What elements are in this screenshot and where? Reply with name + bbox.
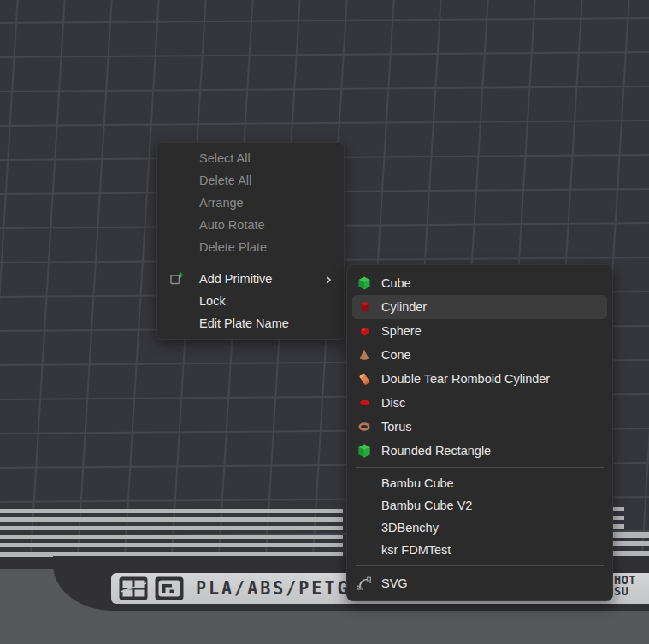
menu-divider bbox=[356, 467, 604, 468]
menu-item-label: Edit Plate Name bbox=[199, 316, 289, 330]
disc-icon bbox=[354, 398, 375, 408]
menu-item-auto-rotate[interactable]: Auto Rotate › bbox=[157, 214, 344, 236]
bambu-logo-icon bbox=[119, 576, 148, 600]
menu-item-torus[interactable]: Torus › bbox=[347, 415, 612, 439]
plate-type-icon bbox=[155, 576, 184, 600]
menu-item-rounded-rectangle[interactable]: Rounded Rectangle › bbox=[347, 439, 612, 463]
menu-item-label: SVG bbox=[381, 576, 408, 590]
menu-item-label: Sphere bbox=[381, 324, 422, 338]
svg-curve-icon bbox=[354, 576, 375, 591]
menu-item-label: Add Primitive bbox=[199, 272, 272, 286]
menu-item-bambu-cube[interactable]: Bambu Cube › bbox=[347, 472, 612, 494]
menu-item-label: Lock bbox=[199, 294, 226, 308]
menu-item-label: Cone bbox=[381, 348, 411, 362]
menu-item-label: Auto Rotate bbox=[199, 218, 265, 232]
menu-item-cone[interactable]: Cone › bbox=[347, 343, 612, 367]
menu-item-label: ksr FDMTest bbox=[381, 543, 451, 557]
menu-divider bbox=[166, 263, 335, 263]
menu-item-arrange[interactable]: Arrange › bbox=[157, 192, 344, 214]
menu-item-svg[interactable]: SVG › bbox=[347, 570, 612, 596]
app-window: { "viewport": { "description": "3D build… bbox=[0, 0, 649, 644]
add-primitive-icon bbox=[166, 271, 188, 287]
menu-item-add-primitive[interactable]: Add Primitive › bbox=[157, 268, 344, 290]
torus-icon bbox=[354, 422, 375, 432]
menu-item-label: Cylinder bbox=[381, 300, 427, 314]
sphere-icon bbox=[354, 326, 375, 337]
menu-divider bbox=[356, 565, 604, 566]
menu-item-sphere[interactable]: Sphere › bbox=[347, 319, 612, 343]
cylinder-icon bbox=[354, 300, 375, 314]
context-menu: Select All › Delete All › Arrange › Auto… bbox=[156, 142, 345, 340]
menu-item-label: Delete All bbox=[199, 174, 251, 187]
menu-item-label: Disc bbox=[381, 396, 405, 410]
menu-item-label: Rounded Rectangle bbox=[381, 444, 491, 458]
menu-item-bambu-cube-v2[interactable]: Bambu Cube V2 › bbox=[347, 494, 612, 517]
menu-item-label: Cube bbox=[381, 276, 411, 290]
cube-icon bbox=[354, 276, 375, 290]
menu-item-cylinder[interactable]: Cylinder › bbox=[352, 295, 607, 319]
hot-surface-warning-text: HOT SU bbox=[614, 575, 649, 597]
menu-item-select-all[interactable]: Select All › bbox=[157, 147, 344, 169]
menu-item-lock[interactable]: Lock › bbox=[157, 290, 344, 312]
menu-item-cube[interactable]: Cube › bbox=[347, 271, 612, 295]
menu-item-delete-plate[interactable]: Delete Plate › bbox=[157, 236, 344, 258]
cone-icon bbox=[354, 348, 375, 362]
double-tear-icon bbox=[354, 372, 375, 387]
rounded-rectangle-icon bbox=[354, 444, 375, 458]
menu-item-label: Select All bbox=[199, 151, 251, 165]
menu-item-disc[interactable]: Disc › bbox=[347, 391, 612, 415]
menu-item-label: Double Tear Romboid Cylinder bbox=[381, 372, 550, 386]
menu-item-double-tear-romboid-cylinder[interactable]: Double Tear Romboid Cylinder › bbox=[347, 367, 612, 391]
menu-item-label: Delete Plate bbox=[199, 240, 267, 254]
plate-material-label: PLA/ABS/PETG bbox=[196, 578, 351, 600]
menu-item-label: Bambu Cube V2 bbox=[381, 499, 472, 512]
menu-item-3dbenchy[interactable]: 3DBenchy › bbox=[347, 517, 612, 539]
menu-item-edit-plate-name[interactable]: Edit Plate Name › bbox=[157, 312, 344, 334]
add-primitive-submenu: Cube › Cylinder › Sphere › Cone › Double… bbox=[346, 264, 613, 601]
menu-item-label: Torus bbox=[381, 420, 411, 434]
menu-item-ksr-fdmtest[interactable]: ksr FDMTest › bbox=[347, 539, 612, 561]
menu-item-label: Bambu Cube bbox=[381, 476, 454, 490]
menu-item-delete-all[interactable]: Delete All › bbox=[157, 169, 344, 192]
menu-item-label: Arrange bbox=[199, 196, 244, 210]
menu-item-label: 3DBenchy bbox=[381, 521, 439, 535]
